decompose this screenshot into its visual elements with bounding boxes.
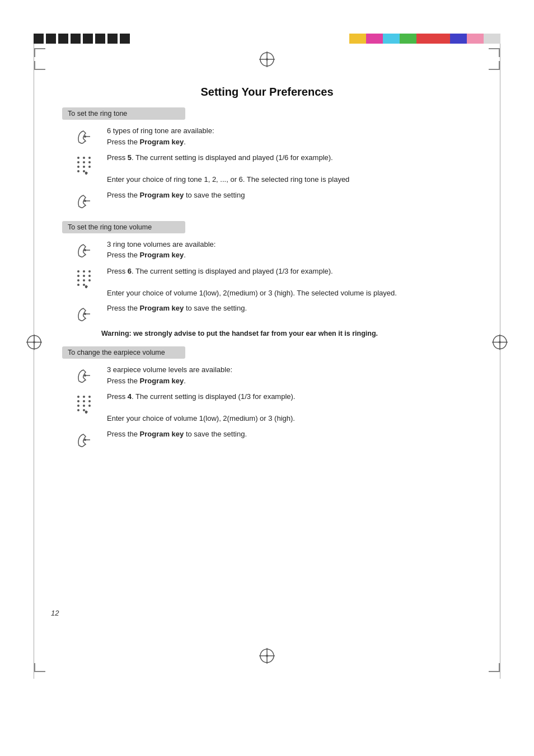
bar-block-ltgray xyxy=(484,34,500,44)
top-bar-right xyxy=(349,34,500,44)
ring-tone-text-1: 6 types of ring tone are available: Pres… xyxy=(101,125,472,147)
phone-icon-5 xyxy=(73,365,95,387)
volume-text-1: 3 ring tone volumes are available: Press… xyxy=(101,239,472,261)
phone-icon-col xyxy=(73,125,101,148)
bar-block-red xyxy=(416,34,433,44)
bar-block xyxy=(46,34,56,44)
keypad-icon xyxy=(73,153,95,178)
ring-tone-text-1a: 6 types of ring tone are available: xyxy=(107,126,214,135)
section-earpiece-volume: To change the earpiece volume 3 earpiece… xyxy=(62,346,472,451)
keypad-icon-3 xyxy=(73,392,95,417)
corner-br2 xyxy=(489,663,500,672)
bar-block-green xyxy=(400,34,416,44)
bar-block xyxy=(120,34,130,44)
svg-point-45 xyxy=(83,396,85,398)
bar-block xyxy=(83,34,93,44)
bar-block xyxy=(58,34,68,44)
bottom-crosshair xyxy=(259,648,275,665)
bar-block-red2 xyxy=(433,34,450,44)
svg-point-47 xyxy=(77,400,79,402)
volume-row-1: 3 ring tone volumes are available: Press… xyxy=(62,239,472,261)
svg-point-18 xyxy=(83,161,85,163)
keypad-icon-col xyxy=(73,152,101,178)
corner-tr xyxy=(489,48,500,57)
section-header-earpiece-text: To change the earpiece volume xyxy=(68,349,165,356)
phone-icon-2 xyxy=(73,191,95,212)
header-crosshair xyxy=(259,51,275,67)
keypad-icon-2 xyxy=(73,267,95,292)
bar-block-blue xyxy=(450,34,467,44)
phone-icon-col-3 xyxy=(73,239,101,261)
svg-point-37 xyxy=(88,279,91,281)
main-content: Setting Your Preferences To set the ring… xyxy=(34,74,500,634)
svg-point-46 xyxy=(88,396,91,398)
ring-tone-save-text: Press the Program key to save the settin… xyxy=(101,190,472,201)
ring-tone-row-3: Press the Program key to save the settin… xyxy=(62,190,472,212)
bar-block xyxy=(95,34,105,44)
svg-point-33 xyxy=(83,275,85,277)
phone-icon-col-5 xyxy=(73,364,101,387)
svg-point-29 xyxy=(77,270,79,273)
bar-block-cyan xyxy=(383,34,400,44)
page-title: Setting Your Preferences xyxy=(62,74,472,107)
earpiece-text-1: 3 earpiece volume levels are available: … xyxy=(101,364,472,386)
ring-tone-row-2: Press 5. The current setting is displaye… xyxy=(62,152,472,185)
svg-point-38 xyxy=(77,284,79,286)
phone-icon-6 xyxy=(73,430,95,451)
svg-point-35 xyxy=(77,279,79,281)
corner-br xyxy=(489,61,500,70)
svg-point-14 xyxy=(77,157,79,159)
svg-point-36 xyxy=(83,279,85,281)
top-bar-left xyxy=(34,34,130,44)
bar-block xyxy=(71,34,81,44)
earpiece-text-2: Press 4. The current setting is displaye… xyxy=(101,391,472,424)
section-ring-tone-volume: To set the ring tone volume 3 ring tone … xyxy=(62,221,472,338)
section-ring-tone: To set the ring tone 6 types of ring ton… xyxy=(62,107,472,212)
phone-icon-col-2 xyxy=(73,190,101,212)
svg-point-53 xyxy=(77,409,79,411)
page-number: 12 xyxy=(51,609,59,617)
svg-point-30 xyxy=(83,270,85,273)
svg-point-34 xyxy=(88,275,91,277)
svg-point-15 xyxy=(83,157,85,159)
earpiece-row-3: Press the Program key to save the settin… xyxy=(62,429,472,451)
top-color-bar xyxy=(0,34,534,44)
svg-point-44 xyxy=(77,396,79,398)
svg-point-20 xyxy=(77,166,79,168)
svg-point-16 xyxy=(88,157,91,159)
section-header-ring-tone-volume: To set the ring tone volume xyxy=(62,221,185,233)
page-number-value: 12 xyxy=(51,609,59,617)
svg-point-3 xyxy=(266,58,268,60)
warning-text: Warning: we strongly advise to put the h… xyxy=(62,330,472,337)
volume-row-3: Press the Program key to save the settin… xyxy=(62,303,472,325)
bottom-area xyxy=(34,634,500,679)
earpiece-row-1: 3 earpiece volume levels are available: … xyxy=(62,364,472,387)
keypad-icon-col-2 xyxy=(73,266,101,292)
corner-bl xyxy=(34,61,45,70)
svg-point-21 xyxy=(83,166,85,168)
volume-row-2: Press 6. The current setting is displaye… xyxy=(62,266,472,299)
svg-point-49 xyxy=(88,400,91,402)
volume-save-text: Press the Program key to save the settin… xyxy=(101,303,472,314)
svg-point-48 xyxy=(83,400,85,402)
earpiece-save-text: Press the Program key to save the settin… xyxy=(101,429,472,440)
svg-point-60 xyxy=(266,655,268,657)
svg-point-11 xyxy=(499,341,501,344)
ring-tone-row-1: 6 types of ring tone are available: Pres… xyxy=(62,125,472,148)
corner-bl2 xyxy=(34,663,45,672)
svg-point-39 xyxy=(83,284,85,286)
section-header-earpiece: To change the earpiece volume xyxy=(62,346,185,359)
svg-point-19 xyxy=(88,161,91,163)
corner-tl xyxy=(34,48,45,57)
svg-point-24 xyxy=(83,170,85,172)
bar-block-pink xyxy=(467,34,484,44)
right-crosshair xyxy=(492,335,508,352)
phone-icon xyxy=(73,126,95,148)
svg-point-17 xyxy=(77,161,79,163)
svg-point-54 xyxy=(83,409,85,411)
svg-point-52 xyxy=(88,405,91,407)
keypad-icon-col-3 xyxy=(73,391,101,417)
bar-block xyxy=(34,34,44,44)
header-area xyxy=(34,44,500,74)
earpiece-row-2: Press 4. The current setting is displaye… xyxy=(62,391,472,424)
